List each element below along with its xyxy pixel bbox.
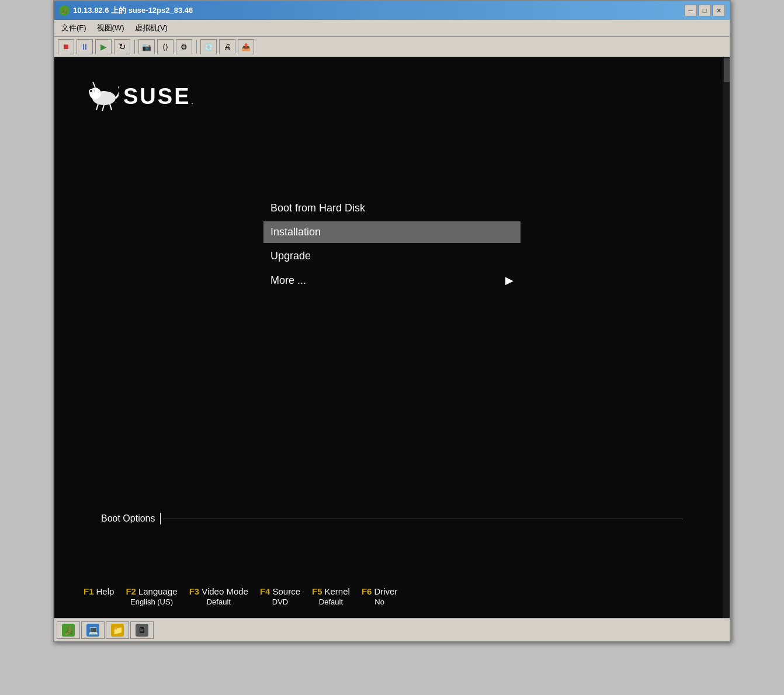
svg-line-4 bbox=[102, 105, 104, 111]
fkey-f1-name: Help bbox=[96, 586, 115, 596]
tools3-button[interactable]: 📤 bbox=[238, 39, 254, 54]
fkey-f5[interactable]: F5 Kernel Default bbox=[312, 586, 350, 606]
boot-options-separator bbox=[160, 513, 161, 524]
svg-point-7 bbox=[90, 90, 92, 92]
svg-line-3 bbox=[96, 104, 98, 110]
boot-item-installation[interactable]: Installation bbox=[263, 221, 521, 243]
maximize-button[interactable]: □ bbox=[698, 5, 711, 16]
snapshot-button[interactable]: 📷 bbox=[138, 39, 155, 54]
fkey-f3-num: F3 bbox=[189, 586, 200, 596]
fkey-f5-name: Kernel bbox=[325, 586, 350, 596]
fkeys-bar: F1 Help F2 Language English (US) F3 Vide… bbox=[54, 586, 730, 606]
boot-item-more[interactable]: More ... ▶ bbox=[263, 269, 521, 291]
fkey-f3-name: Video Mode bbox=[202, 586, 248, 596]
title-bar-left: 🐊 10.13.82.6 上的 suse-12ps2_83.46 bbox=[59, 5, 193, 16]
menu-view[interactable]: 视图(W) bbox=[92, 21, 129, 35]
play-button[interactable]: ▶ bbox=[95, 39, 112, 54]
tools2-button[interactable]: 🖨 bbox=[219, 39, 235, 54]
boot-item-upgrade[interactable]: Upgrade bbox=[263, 245, 521, 267]
pause-button[interactable]: ⏸ bbox=[77, 39, 93, 54]
boot-options-bar: Boot Options bbox=[54, 513, 730, 524]
suse-logo: SUSE . bbox=[84, 81, 194, 113]
taskbar-btn-3[interactable]: 📁 bbox=[106, 621, 129, 639]
suse-dot: . bbox=[190, 95, 193, 107]
refresh-button[interactable]: ↻ bbox=[114, 39, 130, 54]
suse-name: SUSE bbox=[123, 84, 190, 109]
tools1-button[interactable]: 💿 bbox=[200, 39, 217, 54]
fkey-f1-num: F1 bbox=[84, 586, 94, 596]
more-arrow-icon: ▶ bbox=[505, 274, 514, 287]
vm-window: 🐊 10.13.82.6 上的 suse-12ps2_83.46 ─ □ ✕ 文… bbox=[53, 0, 731, 642]
fkey-f3[interactable]: F3 Video Mode Default bbox=[189, 586, 248, 606]
title-bar: 🐊 10.13.82.6 上的 suse-12ps2_83.46 ─ □ ✕ bbox=[54, 1, 730, 20]
toolbar: ■ ⏸ ▶ ↻ 📷 ⟨⟩ ⚙ 💿 🖨 📤 bbox=[54, 37, 730, 57]
boot-options-input[interactable] bbox=[163, 519, 684, 519]
boot-item-harddisk[interactable]: Boot from Hard Disk bbox=[263, 197, 521, 219]
toolbar-separator-2 bbox=[196, 40, 197, 54]
fkey-f5-value: Default bbox=[319, 597, 343, 606]
config-button[interactable]: ⚙ bbox=[176, 39, 192, 54]
close-button[interactable]: ✕ bbox=[712, 5, 725, 16]
chameleon-icon bbox=[84, 81, 119, 113]
fkey-f6-value: No bbox=[374, 597, 384, 606]
menu-file[interactable]: 文件(F) bbox=[57, 21, 91, 35]
fkey-f2-value: English (US) bbox=[130, 597, 173, 606]
window-icon: 🐊 bbox=[59, 5, 70, 16]
fkey-f1[interactable]: F1 Help bbox=[84, 586, 114, 597]
boot-menu: Boot from Hard Disk Installation Upgrade… bbox=[263, 197, 521, 294]
menu-bar: 文件(F) 视图(W) 虚拟机(V) bbox=[54, 20, 730, 37]
fkey-f2[interactable]: F2 Language English (US) bbox=[126, 586, 177, 606]
taskbar-btn-2[interactable]: 💻 bbox=[81, 621, 105, 639]
fkey-f3-value: Default bbox=[207, 597, 231, 606]
suse-logo-text: SUSE . bbox=[123, 84, 194, 109]
fkey-f2-name: Language bbox=[138, 586, 178, 596]
taskbar-icon-3: 📁 bbox=[111, 624, 124, 637]
fkey-f4-value: DVD bbox=[272, 597, 288, 606]
fkey-f2-num: F2 bbox=[126, 586, 136, 596]
vm-screen[interactable]: SUSE . Boot from Hard Disk Installation … bbox=[54, 57, 730, 618]
stop-button[interactable]: ■ bbox=[58, 39, 74, 54]
fkey-f4-num: F4 bbox=[260, 586, 270, 596]
taskbar-icon-4: 🖥 bbox=[136, 624, 148, 637]
taskbar-btn-1[interactable]: 🐊 bbox=[57, 621, 80, 639]
boot-options-label: Boot Options bbox=[101, 513, 155, 524]
taskbar-icon-2: 💻 bbox=[86, 624, 99, 637]
fkey-f5-num: F5 bbox=[312, 586, 322, 596]
taskbar: 🐊 💻 📁 🖥 bbox=[54, 618, 730, 641]
fkey-f6-name: Driver bbox=[374, 586, 397, 596]
minimize-button[interactable]: ─ bbox=[684, 5, 697, 16]
taskbar-icon-1: 🐊 bbox=[62, 624, 75, 637]
back-button[interactable]: ⟨⟩ bbox=[157, 39, 174, 54]
vm-scrollbar[interactable] bbox=[723, 57, 730, 618]
fkey-f4[interactable]: F4 Source DVD bbox=[260, 586, 300, 606]
window-title: 10.13.82.6 上的 suse-12ps2_83.46 bbox=[73, 5, 193, 16]
menu-vm[interactable]: 虚拟机(V) bbox=[130, 21, 172, 35]
fkey-f4-name: Source bbox=[272, 586, 300, 596]
title-buttons: ─ □ ✕ bbox=[684, 5, 725, 16]
fkey-f6-num: F6 bbox=[362, 586, 372, 596]
toolbar-separator-1 bbox=[134, 40, 135, 54]
svg-line-5 bbox=[110, 104, 112, 110]
scrollbar-thumb[interactable] bbox=[724, 58, 730, 82]
taskbar-btn-4[interactable]: 🖥 bbox=[130, 621, 154, 639]
fkey-f6[interactable]: F6 Driver No bbox=[362, 586, 398, 606]
